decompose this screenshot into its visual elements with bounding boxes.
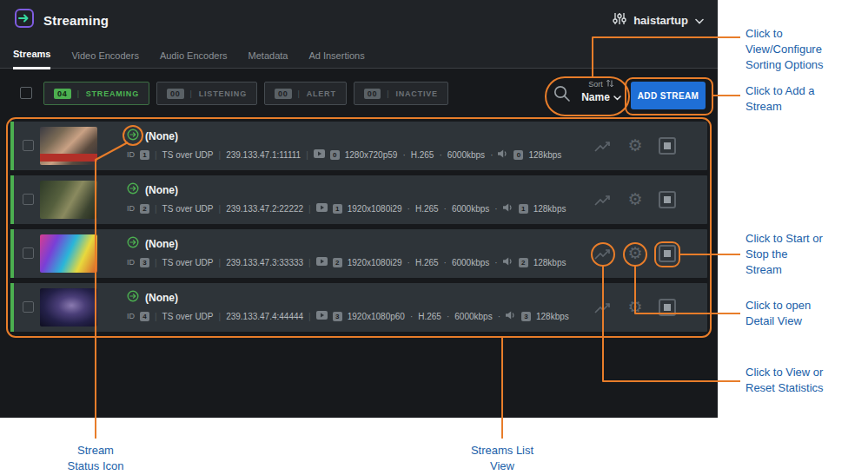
tab-metadata[interactable]: Metadata [248,50,288,69]
stream-protocol: TS over UDP [162,312,214,321]
tab-video-encoders[interactable]: Video Encoders [71,50,138,69]
stream-checkbox[interactable] [23,140,34,151]
streams-list-view: (None) ID 1 TS over UDP 239.133.47.1:111… [10,122,707,337]
stream-status-icon [127,182,139,198]
stream-name: (None) [145,238,178,250]
id-label: ID [127,150,135,159]
stream-protocol: TS over UDP [162,150,214,160]
dot-separator [490,150,493,160]
gear-icon[interactable] [626,245,644,262]
main-tabs: Streams Video Encoders Audio Encoders Me… [0,40,718,69]
tab-audio-encoders[interactable]: Audio Encoders [160,50,228,69]
stream-resolution: 1920x1080i29 [348,204,402,214]
stream-checkbox[interactable] [23,301,34,313]
dot-separator [410,312,413,321]
video-channel-badge: 3 [333,312,342,321]
statistics-icon[interactable] [594,245,612,262]
dot-separator [402,150,405,160]
separator [308,204,311,214]
stream-audio-bitrate: 128kbps [533,258,567,267]
stream-thumbnail [40,288,97,327]
separator [308,312,311,321]
stream-row[interactable]: (None) ID 3 TS over UDP 239.133.47.3:333… [10,229,707,278]
sort-label: Sort [588,80,603,89]
stream-thumbnail [40,234,97,273]
video-channel-badge: 1 [333,204,342,214]
stream-audio-bitrate: 128kbps [536,312,569,321]
dot-separator [494,258,497,267]
gear-icon[interactable] [626,299,644,316]
stream-address: 239.133.47.3:33333 [226,258,303,267]
dot-separator [444,204,447,214]
separator [219,150,222,160]
stop-button[interactable] [659,191,676,208]
stream-checkbox[interactable] [23,247,34,259]
sort-control[interactable]: Sort Name [579,79,624,103]
stream-row[interactable]: (None) ID 4 TS over UDP 239.133.47.4:444… [10,283,707,332]
dot-separator [498,312,500,321]
stream-checkbox[interactable] [23,194,34,205]
stream-resolution: 1280x720p59 [345,150,398,160]
stream-id-badge: 2 [140,204,149,214]
separator [155,150,157,160]
stop-icon [659,191,676,208]
status-filter-group: 04 STREAMING 00 LISTENING 00 ALERT 00 [43,82,448,105]
tab-streams[interactable]: Streams [13,49,50,69]
stream-codec: H.265 [415,204,439,214]
statistics-icon[interactable] [594,137,612,155]
app-logo-icon [14,8,35,32]
streaming-label: STREAMING [86,89,139,98]
video-icon [316,257,328,267]
annotation-add-stream: Click to Add a Stream [745,83,815,115]
audio-channel-badge: 1 [519,204,528,214]
filter-separator [77,89,80,98]
filter-inactive[interactable]: 00 INACTIVE [354,82,448,105]
stream-codec: H.265 [411,150,434,160]
separator [155,312,157,321]
screenshot-canvas: Streaming haistartup [0,0,868,475]
dot-separator [439,150,441,160]
select-all-checkbox[interactable] [20,87,32,99]
stream-id-badge: 3 [140,258,149,267]
streaming-count-badge: 04 [54,89,71,99]
stream-name: (None) [145,292,178,304]
gear-icon[interactable] [626,191,644,208]
dot-separator [494,204,497,214]
stream-thumbnail [40,127,97,165]
audio-icon [498,149,508,160]
stop-icon [659,299,676,316]
annotation-sorting: Click to View/Configure Sorting Options [745,26,824,73]
dot-separator [407,258,410,267]
filter-streaming[interactable]: 04 STREAMING [43,82,149,105]
account-menu[interactable]: haistartup [613,12,704,29]
separator [219,258,222,267]
stop-button[interactable] [659,299,676,316]
search-icon[interactable] [553,84,572,103]
stop-button[interactable] [659,137,676,155]
stream-address: 239.133.47.1:11111 [226,150,301,160]
app-header: Streaming haistartup [0,0,718,40]
filter-alert[interactable]: 00 ALERT [264,82,347,105]
id-label: ID [127,258,135,267]
stream-meta: ID 3 TS over UDP 239.133.47.3:33333 2 19… [127,257,566,267]
listening-count-badge: 00 [167,89,184,99]
id-label: ID [127,204,135,213]
video-icon [314,149,325,160]
stop-icon [659,137,676,155]
stream-row[interactable]: (None) ID 2 TS over UDP 239.133.47.2:222… [10,175,707,224]
filter-listening[interactable]: 00 LISTENING [156,82,257,105]
stream-bitrate: 6000kbps [454,312,492,321]
separator [308,258,311,267]
stream-protocol: TS over UDP [162,258,214,267]
statistics-icon[interactable] [594,299,612,316]
stop-button[interactable] [659,245,676,262]
stop-icon [659,245,676,262]
stream-name: (None) [145,130,178,142]
stream-row[interactable]: (None) ID 1 TS over UDP 239.133.47.1:111… [10,122,707,170]
inactive-count-badge: 00 [364,89,381,99]
statistics-icon[interactable] [594,191,612,208]
add-stream-button[interactable]: ADD STREAM [631,82,706,109]
tab-ad-insertions[interactable]: Ad Insertions [308,50,364,69]
stream-address: 239.133.47.2:22222 [226,204,303,214]
gear-icon[interactable] [626,137,644,155]
